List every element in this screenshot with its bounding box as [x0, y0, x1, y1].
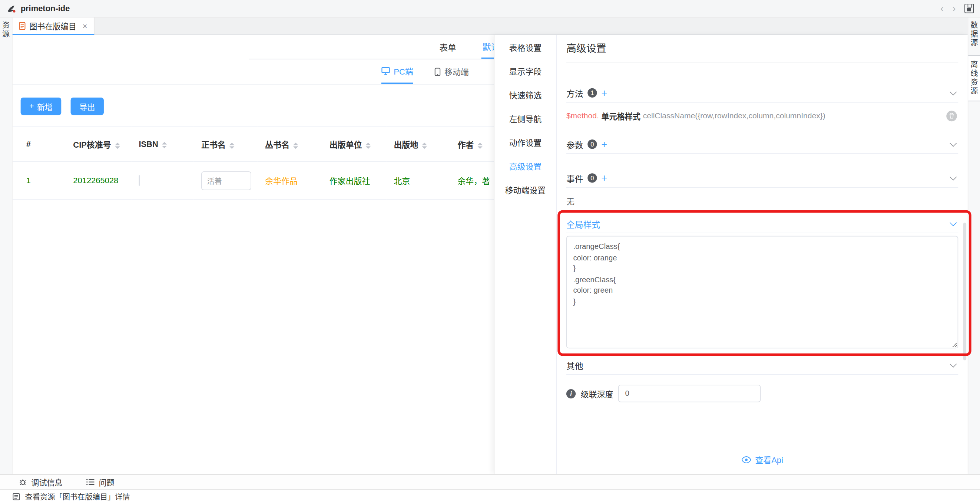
- chevron-down-icon: [950, 139, 957, 147]
- params-count-badge: 0: [587, 139, 597, 149]
- save-icon[interactable]: [964, 4, 974, 13]
- problems-button[interactable]: 问题: [86, 476, 115, 488]
- tab-mobile[interactable]: 移动端: [434, 59, 469, 84]
- cell-title: [194, 162, 258, 199]
- titlebar-controls: ‹ ›: [940, 3, 974, 13]
- cell-place: 北京: [386, 162, 450, 199]
- nav-back-button[interactable]: ‹: [940, 3, 944, 13]
- titlebar: primeton-ide ‹ ›: [0, 0, 980, 18]
- close-tab-icon[interactable]: ×: [83, 21, 88, 30]
- add-button-label: 新增: [37, 101, 52, 112]
- method-item-row: $method. 单元格样式 cellClassName({row,rowInd…: [566, 103, 958, 129]
- settings-panel: 表格设置 显示字段 快速筛选 左侧导航 动作设置 高级设置 移动端设置 高级设置…: [494, 35, 967, 474]
- editor-tab-book-cip[interactable]: 图书在版编目 ×: [13, 18, 94, 35]
- col-index: #: [13, 126, 65, 161]
- nav-forward-button[interactable]: ›: [953, 3, 956, 13]
- col-series[interactable]: 丛书名: [258, 126, 322, 161]
- left-dock: 资源: [0, 18, 13, 474]
- resource-doc-icon: [13, 493, 20, 500]
- editor-tabbar: 图书在版编目 ×: [13, 18, 968, 35]
- other-section-label: 其他: [566, 359, 584, 371]
- delete-method-button[interactable]: [946, 110, 957, 121]
- chevron-down-icon: [950, 88, 957, 95]
- sort-icons: [115, 142, 120, 149]
- cascade-depth-row: i 级联深度: [566, 385, 958, 402]
- panel-title: 高级设置: [566, 35, 958, 62]
- cell-publisher: 作家出版社: [322, 162, 386, 199]
- panel-scrollbar[interactable]: [963, 223, 966, 360]
- method-count-badge: 1: [587, 88, 597, 97]
- phone-icon: [434, 67, 441, 76]
- app-logo-icon: [6, 3, 16, 13]
- method-signature: cellClassName({row,rowIndex,column,colum…: [643, 111, 826, 120]
- device-tabs: PC端 移动端: [13, 59, 494, 84]
- plus-icon: +: [29, 102, 34, 111]
- global-style-section-header[interactable]: 全局样式: [566, 214, 958, 233]
- global-style-textarea[interactable]: .orangeClass{ color: orange } .greenClas…: [566, 236, 958, 349]
- col-cip[interactable]: CIP核准号: [65, 126, 131, 161]
- global-style-label: 全局样式: [566, 217, 600, 230]
- menu-advanced-settings[interactable]: 高级设置: [495, 155, 556, 179]
- right-dock: 数据源 离线资源: [968, 18, 980, 474]
- method-section-header[interactable]: 方法 1 +: [566, 84, 958, 103]
- sort-icons: [477, 142, 482, 149]
- offline-resources-dock-button[interactable]: 离线资源: [968, 55, 980, 101]
- bug-icon: [19, 478, 27, 486]
- problems-label: 问题: [99, 476, 114, 488]
- isbn-checkbox[interactable]: [138, 175, 140, 186]
- cascade-depth-label: 级联深度: [581, 388, 613, 399]
- eye-icon: [741, 456, 751, 463]
- cell-index: 1: [13, 162, 65, 199]
- method-section-label: 方法: [566, 87, 584, 99]
- menu-action-settings[interactable]: 动作设置: [495, 131, 556, 155]
- datasource-dock-button[interactable]: 数据源: [968, 21, 980, 48]
- events-section-label: 事件: [566, 172, 584, 184]
- sort-icons: [366, 142, 371, 149]
- menu-quick-filter[interactable]: 快速筛选: [495, 84, 556, 108]
- menu-left-nav[interactable]: 左侧导航: [495, 108, 556, 131]
- menu-mobile-settings[interactable]: 移动端设置: [495, 179, 556, 203]
- params-section-label: 参数: [566, 138, 584, 151]
- status-bar: 调试信息 问题: [0, 474, 980, 489]
- menu-table-settings[interactable]: 表格设置: [495, 36, 556, 60]
- view-api-link[interactable]: 查看Api: [566, 453, 958, 466]
- cell-cip: 2012265028: [65, 162, 131, 199]
- editor-tab-title: 图书在版编目: [29, 20, 76, 32]
- chevron-down-icon: [950, 173, 957, 180]
- method-prefix: $method.: [566, 111, 599, 120]
- events-section-header[interactable]: 事件 0 +: [566, 169, 958, 188]
- add-event-button[interactable]: +: [601, 173, 607, 183]
- add-button[interactable]: + 新增: [21, 97, 62, 115]
- add-param-button[interactable]: +: [601, 139, 607, 149]
- tab-form[interactable]: 表单: [438, 35, 457, 59]
- title-input[interactable]: [201, 171, 251, 190]
- menu-display-fields[interactable]: 显示字段: [495, 60, 556, 84]
- ide-window: primeton-ide ‹ › 资源 数据源 离线资源 图书在版编目 ×: [0, 0, 980, 503]
- footer-bar: 查看资源「图书在版编目」详情: [0, 489, 980, 503]
- params-section-header[interactable]: 参数 0 +: [566, 135, 958, 154]
- method-name: 单元格样式: [601, 110, 641, 122]
- app-title: primeton-ide: [21, 4, 70, 13]
- sort-icons: [293, 142, 298, 149]
- cascade-depth-input[interactable]: [618, 385, 760, 402]
- settings-content: 高级设置 方法 1 + $method. 单元格样式 cellClassName…: [557, 35, 968, 474]
- export-button[interactable]: 导出: [71, 97, 104, 115]
- col-title[interactable]: 正书名: [194, 126, 258, 161]
- cell-series: 余华作品: [258, 162, 322, 199]
- export-button-label: 导出: [79, 101, 95, 112]
- tab-pc[interactable]: PC端: [382, 59, 413, 84]
- events-empty-text: 无: [566, 195, 958, 206]
- footer-message: 查看资源「图书在版编目」详情: [25, 491, 130, 502]
- list-icon: [86, 479, 94, 485]
- col-publisher[interactable]: 出版单位: [322, 126, 386, 161]
- resources-dock-button[interactable]: 资源: [0, 21, 12, 38]
- debug-info-button[interactable]: 调试信息: [19, 476, 63, 488]
- col-isbn[interactable]: ISBN: [131, 126, 194, 161]
- add-method-button[interactable]: +: [601, 88, 607, 98]
- events-count-badge: 0: [587, 173, 597, 182]
- tab-mobile-label: 移动端: [444, 65, 469, 78]
- col-place[interactable]: 出版地: [386, 126, 450, 161]
- other-section-header[interactable]: 其他: [566, 356, 958, 375]
- monitor-icon: [382, 67, 390, 75]
- debug-info-label: 调试信息: [31, 476, 62, 488]
